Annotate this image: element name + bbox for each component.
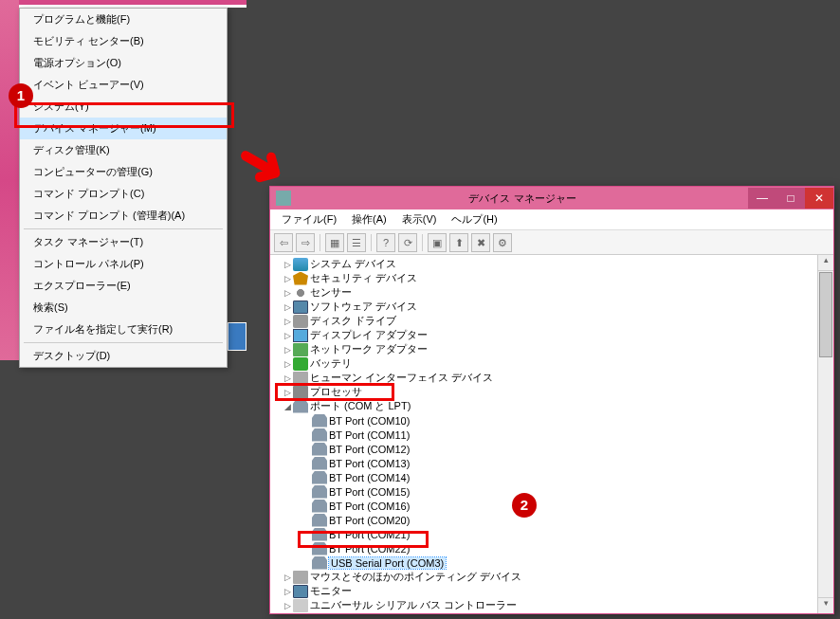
window-title: デバイス マネージャー bbox=[297, 191, 748, 206]
tree-node-hid[interactable]: ▷ヒューマン インターフェイス デバイス bbox=[272, 371, 817, 385]
menu-separator bbox=[24, 342, 223, 343]
toolbar-scan-icon[interactable]: ⟳ bbox=[398, 233, 417, 252]
desktop-edge bbox=[0, 0, 19, 360]
mouse-icon bbox=[293, 571, 308, 584]
menu-search[interactable]: 検索(S) bbox=[20, 297, 227, 319]
menu-separator bbox=[24, 228, 223, 229]
menu-view[interactable]: 表示(V) bbox=[394, 209, 445, 229]
cpu-icon bbox=[293, 386, 308, 399]
minimize-button[interactable]: — bbox=[748, 188, 776, 209]
toolbar-separator bbox=[371, 234, 372, 251]
tree-node-sensors[interactable]: ▷センサー bbox=[272, 285, 817, 300]
tree-node-battery[interactable]: ▷バッテリ bbox=[272, 356, 817, 371]
menu-control-panel[interactable]: コントロール パネル(P) bbox=[20, 253, 227, 275]
menu-mobility-center[interactable]: モビリティ センター(B) bbox=[20, 30, 227, 52]
menu-system[interactable]: システム(Y) bbox=[20, 96, 227, 118]
app-icon bbox=[276, 191, 291, 206]
taskbar-icon[interactable] bbox=[228, 322, 247, 351]
menu-event-viewer[interactable]: イベント ビューアー(V) bbox=[20, 74, 227, 96]
printer-icon bbox=[293, 613, 308, 614]
tree-node-usb-controllers[interactable]: ▷ユニバーサル シリアル バス コントローラー bbox=[272, 598, 817, 612]
port-icon bbox=[312, 500, 327, 513]
tree-node-disk-drives[interactable]: ▷ディスク ドライブ bbox=[272, 314, 817, 328]
monitor-icon bbox=[293, 585, 308, 598]
disk-icon bbox=[293, 315, 308, 328]
tree-node-bt-port[interactable]: BT Port (COM20) bbox=[272, 513, 817, 527]
maximize-button[interactable]: □ bbox=[776, 188, 805, 209]
tree-node-usb-serial-port[interactable]: USB Serial Port (COM3) bbox=[272, 555, 817, 570]
vertical-scrollbar[interactable] bbox=[817, 255, 833, 613]
tree-node-bt-port[interactable]: BT Port (COM13) bbox=[272, 456, 817, 470]
tree-node-bt-port[interactable]: BT Port (COM12) bbox=[272, 442, 817, 456]
menu-command-prompt[interactable]: コマンド プロンプト(C) bbox=[20, 183, 227, 205]
network-icon bbox=[293, 343, 308, 356]
battery-icon bbox=[293, 357, 308, 371]
close-button[interactable]: ✕ bbox=[805, 188, 833, 209]
toolbar-list-icon[interactable]: ☰ bbox=[347, 233, 366, 252]
toolbar-forward-icon[interactable]: ⇨ bbox=[296, 233, 315, 252]
tree-node-system-devices[interactable]: ▷システム デバイス bbox=[272, 257, 817, 271]
tree-node-bt-port[interactable]: BT Port (COM14) bbox=[272, 470, 817, 484]
software-icon bbox=[293, 300, 308, 314]
port-icon bbox=[312, 514, 327, 527]
menu-device-manager[interactable]: デバイス マネージャー(M) bbox=[20, 118, 227, 139]
toolbar-enable-icon[interactable]: ▣ bbox=[428, 233, 447, 252]
menu-task-manager[interactable]: タスク マネージャー(T) bbox=[20, 231, 227, 253]
tree-node-mouse[interactable]: ▷マウスとそのほかのポインティング デバイス bbox=[272, 570, 817, 584]
port-icon bbox=[312, 556, 327, 570]
title-bar[interactable]: デバイス マネージャー — □ ✕ bbox=[270, 187, 833, 209]
menu-file[interactable]: ファイル(F) bbox=[274, 209, 344, 229]
tree-node-print-queue[interactable]: ▷印刷キュー bbox=[272, 612, 817, 613]
menu-explorer[interactable]: エクスプローラー(E) bbox=[20, 275, 227, 297]
tree-node-ports[interactable]: ◢ポート (COM と LPT) bbox=[272, 399, 817, 413]
winx-context-menu: プログラムと機能(F) モビリティ センター(B) 電源オプション(O) イベン… bbox=[19, 8, 228, 368]
menu-action[interactable]: 操作(A) bbox=[344, 209, 394, 229]
tree-node-processors[interactable]: ▷プロセッサ bbox=[272, 385, 817, 399]
tree-node-bt-port[interactable]: BT Port (COM22) bbox=[272, 541, 817, 555]
hid-icon bbox=[293, 372, 308, 385]
port-icon bbox=[312, 471, 327, 484]
tree-node-network-adapters[interactable]: ▷ネットワーク アダプター bbox=[272, 342, 817, 356]
port-icon bbox=[312, 443, 327, 456]
menu-computer-management[interactable]: コンピューターの管理(G) bbox=[20, 161, 227, 183]
menu-desktop[interactable]: デスクトップ(D) bbox=[20, 345, 227, 367]
port-icon bbox=[293, 400, 308, 413]
device-tree[interactable]: ▷システム デバイス ▷セキュリティ デバイス ▷センサー ▷ソフトウェア デバ… bbox=[270, 255, 817, 613]
menu-power-options[interactable]: 電源オプション(O) bbox=[20, 52, 227, 74]
toolbar-detail-icon[interactable]: ▦ bbox=[325, 233, 344, 252]
tree-node-software-devices[interactable]: ▷ソフトウェア デバイス bbox=[272, 300, 817, 314]
toolbar-back-icon[interactable]: ⇦ bbox=[274, 233, 293, 252]
menu-command-prompt-admin[interactable]: コマンド プロンプト (管理者)(A) bbox=[20, 205, 227, 227]
menu-programs-features[interactable]: プログラムと機能(F) bbox=[20, 9, 227, 30]
toolbar-separator bbox=[320, 234, 320, 251]
toolbar-properties-icon[interactable]: ⚙ bbox=[493, 233, 512, 252]
device-manager-window: デバイス マネージャー — □ ✕ ファイル(F) 操作(A) 表示(V) ヘル… bbox=[269, 186, 834, 614]
display-icon bbox=[293, 329, 308, 342]
tree-node-bt-port[interactable]: BT Port (COM15) bbox=[272, 484, 817, 499]
toolbar-update-icon[interactable]: ⬆ bbox=[449, 233, 468, 252]
tree-node-monitor[interactable]: ▷モニター bbox=[272, 584, 817, 598]
tree-node-bt-port[interactable]: BT Port (COM16) bbox=[272, 499, 817, 513]
scrollbar-thumb[interactable] bbox=[819, 272, 832, 357]
annotation-badge-2: 2 bbox=[512, 493, 537, 518]
menu-bar: ファイル(F) 操作(A) 表示(V) ヘルプ(H) bbox=[270, 209, 833, 230]
menu-help[interactable]: ヘルプ(H) bbox=[444, 209, 504, 229]
tree-node-security-devices[interactable]: ▷セキュリティ デバイス bbox=[272, 271, 817, 285]
port-icon bbox=[312, 414, 327, 428]
menu-run[interactable]: ファイル名を指定して実行(R) bbox=[20, 319, 227, 340]
tree-node-bt-port[interactable]: BT Port (COM11) bbox=[272, 428, 817, 442]
port-icon bbox=[312, 457, 327, 470]
annotation-badge-1: 1 bbox=[9, 83, 33, 108]
tree-node-display-adapters[interactable]: ▷ディスプレイ アダプター bbox=[272, 328, 817, 342]
sensor-icon bbox=[293, 286, 308, 300]
tree-node-bt-port[interactable]: BT Port (COM10) bbox=[272, 413, 817, 428]
toolbar-uninstall-icon[interactable]: ✖ bbox=[471, 233, 490, 252]
menu-disk-management[interactable]: ディスク管理(K) bbox=[20, 139, 227, 161]
desktop-edge-top bbox=[19, 0, 247, 8]
tree-node-bt-port[interactable]: BT Port (COM21) bbox=[272, 527, 817, 541]
port-icon bbox=[312, 528, 327, 541]
port-icon bbox=[312, 485, 327, 499]
system-icon bbox=[293, 258, 308, 271]
usb-icon bbox=[293, 599, 308, 612]
toolbar-help-icon[interactable]: ? bbox=[376, 233, 395, 252]
